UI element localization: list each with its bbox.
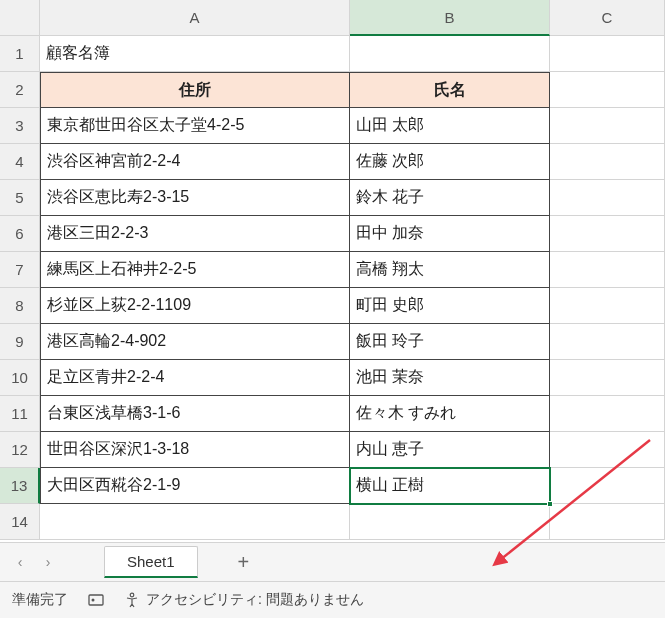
cell-C10[interactable] bbox=[550, 360, 665, 396]
cell-A12[interactable]: 世田谷区深沢1-3-18 bbox=[40, 432, 350, 468]
cell-C11[interactable] bbox=[550, 396, 665, 432]
accessibility-icon bbox=[124, 592, 140, 608]
cell-B2[interactable]: 氏名 bbox=[350, 72, 550, 108]
row-header-4[interactable]: 4 bbox=[0, 144, 40, 180]
row-header-6[interactable]: 6 bbox=[0, 216, 40, 252]
cell-A7[interactable]: 練馬区上石神井2-2-5 bbox=[40, 252, 350, 288]
cell-B5[interactable]: 鈴木 花子 bbox=[350, 180, 550, 216]
cell-A14[interactable] bbox=[40, 504, 350, 540]
next-sheet-button[interactable]: › bbox=[36, 550, 60, 574]
status-ready: 準備完了 bbox=[12, 591, 68, 609]
row-header-11[interactable]: 11 bbox=[0, 396, 40, 432]
svg-point-2 bbox=[92, 599, 95, 602]
cell-A4[interactable]: 渋谷区神宮前2-2-4 bbox=[40, 144, 350, 180]
cell-A13[interactable]: 大田区西糀谷2-1-9 bbox=[40, 468, 350, 504]
cell-B10[interactable]: 池田 茉奈 bbox=[350, 360, 550, 396]
cell-B9[interactable]: 飯田 玲子 bbox=[350, 324, 550, 360]
cell-A5[interactable]: 渋谷区恵比寿2-3-15 bbox=[40, 180, 350, 216]
cell-C2[interactable] bbox=[550, 72, 665, 108]
cell-A2[interactable]: 住所 bbox=[40, 72, 350, 108]
spreadsheet-grid[interactable]: ABC1顧客名簿2住所氏名3東京都世田谷区太子堂4-2-5山田 太郎4渋谷区神宮… bbox=[0, 0, 665, 540]
cell-C1[interactable] bbox=[550, 36, 665, 72]
cell-B8[interactable]: 町田 史郎 bbox=[350, 288, 550, 324]
cell-C3[interactable] bbox=[550, 108, 665, 144]
cell-B6[interactable]: 田中 加奈 bbox=[350, 216, 550, 252]
fill-handle[interactable] bbox=[547, 501, 553, 507]
cell-C14[interactable] bbox=[550, 504, 665, 540]
cell-B1[interactable] bbox=[350, 36, 550, 72]
cell-B7[interactable]: 高橋 翔太 bbox=[350, 252, 550, 288]
cell-A11[interactable]: 台東区浅草橋3-1-6 bbox=[40, 396, 350, 432]
cell-C12[interactable] bbox=[550, 432, 665, 468]
row-header-12[interactable]: 12 bbox=[0, 432, 40, 468]
cell-C6[interactable] bbox=[550, 216, 665, 252]
row-header-14[interactable]: 14 bbox=[0, 504, 40, 540]
row-header-1[interactable]: 1 bbox=[0, 36, 40, 72]
cell-B14[interactable] bbox=[350, 504, 550, 540]
svg-point-3 bbox=[130, 593, 134, 597]
cell-B12[interactable]: 内山 恵子 bbox=[350, 432, 550, 468]
select-all-corner[interactable] bbox=[0, 0, 40, 36]
col-header-A[interactable]: A bbox=[40, 0, 350, 36]
row-header-2[interactable]: 2 bbox=[0, 72, 40, 108]
add-sheet-button[interactable]: + bbox=[238, 551, 250, 574]
row-header-13[interactable]: 13 bbox=[0, 468, 40, 504]
sheet-tab-strip: ‹ › Sheet1 + bbox=[0, 542, 665, 582]
cell-B13[interactable]: 横山 正樹 bbox=[350, 468, 550, 504]
row-header-5[interactable]: 5 bbox=[0, 180, 40, 216]
prev-sheet-button[interactable]: ‹ bbox=[8, 550, 32, 574]
row-header-10[interactable]: 10 bbox=[0, 360, 40, 396]
col-header-B[interactable]: B bbox=[350, 0, 550, 36]
cell-C7[interactable] bbox=[550, 252, 665, 288]
sheet-tab-active[interactable]: Sheet1 bbox=[104, 546, 198, 578]
macro-record-icon[interactable] bbox=[86, 590, 106, 610]
cell-A1[interactable]: 顧客名簿 bbox=[40, 36, 350, 72]
row-header-9[interactable]: 9 bbox=[0, 324, 40, 360]
row-header-7[interactable]: 7 bbox=[0, 252, 40, 288]
cell-B3[interactable]: 山田 太郎 bbox=[350, 108, 550, 144]
cell-C9[interactable] bbox=[550, 324, 665, 360]
cell-A3[interactable]: 東京都世田谷区太子堂4-2-5 bbox=[40, 108, 350, 144]
cell-C4[interactable] bbox=[550, 144, 665, 180]
row-header-3[interactable]: 3 bbox=[0, 108, 40, 144]
cell-A8[interactable]: 杉並区上荻2-2-1109 bbox=[40, 288, 350, 324]
cell-A9[interactable]: 港区高輪2-4-902 bbox=[40, 324, 350, 360]
cell-B4[interactable]: 佐藤 次郎 bbox=[350, 144, 550, 180]
status-accessibility[interactable]: アクセシビリティ: 問題ありません bbox=[124, 591, 364, 609]
cell-C5[interactable] bbox=[550, 180, 665, 216]
row-header-8[interactable]: 8 bbox=[0, 288, 40, 324]
cell-C8[interactable] bbox=[550, 288, 665, 324]
svg-rect-1 bbox=[89, 595, 103, 605]
cell-A10[interactable]: 足立区青井2-2-4 bbox=[40, 360, 350, 396]
status-bar: 準備完了 アクセシビリティ: 問題ありません bbox=[0, 582, 665, 618]
cell-C13[interactable] bbox=[550, 468, 665, 504]
col-header-C[interactable]: C bbox=[550, 0, 665, 36]
cell-B11[interactable]: 佐々木 すみれ bbox=[350, 396, 550, 432]
cell-A6[interactable]: 港区三田2-2-3 bbox=[40, 216, 350, 252]
